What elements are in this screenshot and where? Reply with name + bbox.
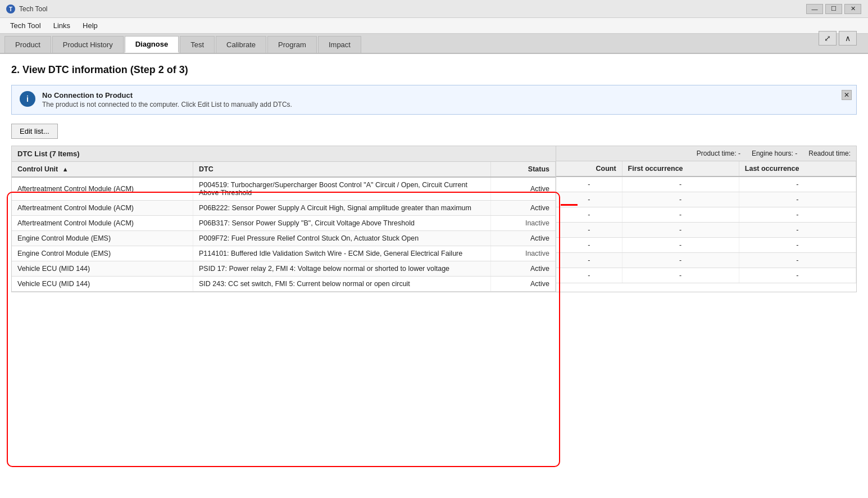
table-row-right: ---	[556, 268, 856, 283]
menu-bar: Tech Tool Links Help	[0, 18, 868, 34]
cell-control-unit: Engine Control Module (EMS)	[12, 231, 193, 246]
info-icon: i	[20, 91, 35, 107]
cell-first-occurrence: -	[622, 192, 739, 207]
info-text-block: No Connection to Product The product is …	[42, 91, 292, 108]
title-bar-text: Tech Tool	[19, 5, 47, 13]
product-time-label: Product time: -	[697, 150, 740, 157]
table-row[interactable]: Aftertreatment Control Module (ACM)P06B2…	[12, 201, 556, 216]
top-right-controls: ⤢ ∧	[819, 31, 857, 46]
cell-status: Inactive	[490, 246, 555, 261]
cell-count: -	[556, 238, 622, 253]
tab-program[interactable]: Program	[267, 36, 317, 53]
close-button[interactable]: ✕	[844, 4, 861, 14]
menu-item-techtool[interactable]: Tech Tool	[4, 20, 47, 31]
tab-bar: Product Product History Diagnose Test Ca…	[0, 34, 868, 54]
cell-count: -	[556, 268, 622, 283]
cell-first-occurrence: -	[622, 223, 739, 238]
cell-dtc: P004519: Turbocharger/Supercharger Boost…	[193, 177, 491, 201]
svg-text:T: T	[9, 6, 12, 12]
cell-control-unit: Aftertreatment Control Module (ACM)	[12, 201, 193, 216]
cell-first-occurrence: -	[622, 253, 739, 268]
expand-icon[interactable]: ⤢	[819, 31, 837, 46]
tab-calibrate[interactable]: Calibrate	[216, 36, 266, 53]
dtc-table: Control Unit ▲ DTC Status Aftertreatment…	[12, 162, 556, 292]
cell-dtc: PSID 17: Power relay 2, FMI 4: Voltage b…	[193, 261, 491, 277]
cell-first-occurrence: -	[622, 207, 739, 223]
dtc-right-table: Product time: - Engine hours: - Readout …	[556, 146, 857, 292]
dtc-right-header: Product time: - Engine hours: - Readout …	[556, 146, 856, 161]
table-row-right: ---	[556, 238, 856, 253]
tab-test[interactable]: Test	[180, 36, 215, 53]
cell-count: -	[556, 223, 622, 238]
cell-dtc: P114101: Buffered Idle Validation Switch…	[193, 246, 491, 261]
info-banner: i No Connection to Product The product i…	[11, 85, 857, 115]
cell-status: Active	[490, 261, 555, 277]
cell-count: -	[556, 207, 622, 223]
col-header-first-occurrence[interactable]: First occurrence	[622, 161, 739, 176]
cell-count: -	[556, 253, 622, 268]
cell-first-occurrence: -	[622, 268, 739, 283]
cell-last-occurrence: -	[739, 192, 856, 207]
page-title: 2. View DTC information (Step 2 of 3)	[11, 64, 857, 76]
menu-item-help[interactable]: Help	[77, 20, 103, 31]
info-banner-description: The product is not connected to the comp…	[42, 101, 292, 108]
cell-first-occurrence: -	[622, 238, 739, 253]
col-header-count[interactable]: Count	[556, 161, 622, 176]
col-header-last-occurrence[interactable]: Last occurrence	[739, 161, 856, 176]
cell-status: Active	[490, 231, 555, 246]
collapse-icon[interactable]: ∧	[839, 31, 857, 46]
cell-last-occurrence: -	[739, 253, 856, 268]
table-row[interactable]: Engine Control Module (EMS)P114101: Buff…	[12, 246, 556, 261]
table-row[interactable]: Vehicle ECU (MID 144)PSID 17: Power rela…	[12, 261, 556, 277]
col-header-status[interactable]: Status	[490, 162, 555, 177]
tab-diagnose[interactable]: Diagnose	[125, 36, 179, 53]
edit-list-button[interactable]: Edit list...	[11, 124, 58, 139]
cell-last-occurrence: -	[739, 223, 856, 238]
cell-dtc: P06B317: Sensor Power Supply "B", Circui…	[193, 216, 491, 231]
table-row-right: ---	[556, 253, 856, 268]
info-banner-title: No Connection to Product	[42, 91, 292, 99]
cell-dtc: SID 243: CC set switch, FMI 5: Current b…	[193, 277, 491, 292]
tab-product-history[interactable]: Product History	[52, 36, 124, 53]
cell-control-unit: Aftertreatment Control Module (ACM)	[12, 216, 193, 231]
dtc-right-data-table: Count First occurrence Last occurrence -…	[556, 161, 856, 283]
minimize-button[interactable]: —	[806, 4, 823, 14]
cell-control-unit: Engine Control Module (EMS)	[12, 246, 193, 261]
cell-dtc: P06B222: Sensor Power Supply A Circuit H…	[193, 201, 491, 216]
cell-count: -	[556, 192, 622, 207]
dtc-main-table: DTC List (7 Items) Control Unit ▲ DTC St…	[11, 146, 556, 292]
app-icon: T	[6, 4, 16, 14]
cell-last-occurrence: -	[739, 176, 856, 192]
table-row[interactable]: Vehicle ECU (MID 144)SID 243: CC set swi…	[12, 277, 556, 292]
cell-status: Active	[490, 201, 555, 216]
sort-arrow-control-unit: ▲	[62, 166, 69, 173]
table-row-right: ---	[556, 223, 856, 238]
cell-status: Inactive	[490, 216, 555, 231]
table-row-right: ---	[556, 207, 856, 223]
title-bar: T Tech Tool — ☐ ✕	[0, 0, 868, 18]
window-controls: — ☐ ✕	[806, 4, 861, 14]
engine-hours-label: Engine hours: -	[752, 150, 797, 157]
menu-item-links[interactable]: Links	[48, 20, 76, 31]
cell-status: Active	[490, 177, 555, 201]
cell-last-occurrence: -	[739, 268, 856, 283]
cell-status: Active	[490, 277, 555, 292]
cell-last-occurrence: -	[739, 207, 856, 223]
cell-last-occurrence: -	[739, 238, 856, 253]
cell-dtc: P009F72: Fuel Pressure Relief Control St…	[193, 231, 491, 246]
cell-control-unit: Vehicle ECU (MID 144)	[12, 277, 193, 292]
maximize-button[interactable]: ☐	[825, 4, 842, 14]
main-content: 2. View DTC information (Step 2 of 3) i …	[0, 54, 868, 498]
tab-product[interactable]: Product	[4, 36, 51, 53]
table-row[interactable]: Aftertreatment Control Module (ACM)P06B3…	[12, 216, 556, 231]
info-banner-close[interactable]: ✕	[842, 90, 852, 100]
table-row-right: ---	[556, 176, 856, 192]
dtc-list-header: DTC List (7 Items)	[12, 146, 556, 162]
dtc-table-wrapper: DTC List (7 Items) Control Unit ▲ DTC St…	[11, 146, 857, 292]
col-header-control-unit[interactable]: Control Unit ▲	[12, 162, 193, 177]
table-row[interactable]: Engine Control Module (EMS)P009F72: Fuel…	[12, 231, 556, 246]
cell-first-occurrence: -	[622, 176, 739, 192]
col-header-dtc[interactable]: DTC	[193, 162, 491, 177]
tab-impact[interactable]: Impact	[318, 36, 361, 53]
table-row[interactable]: Aftertreatment Control Module (ACM)P0045…	[12, 177, 556, 201]
